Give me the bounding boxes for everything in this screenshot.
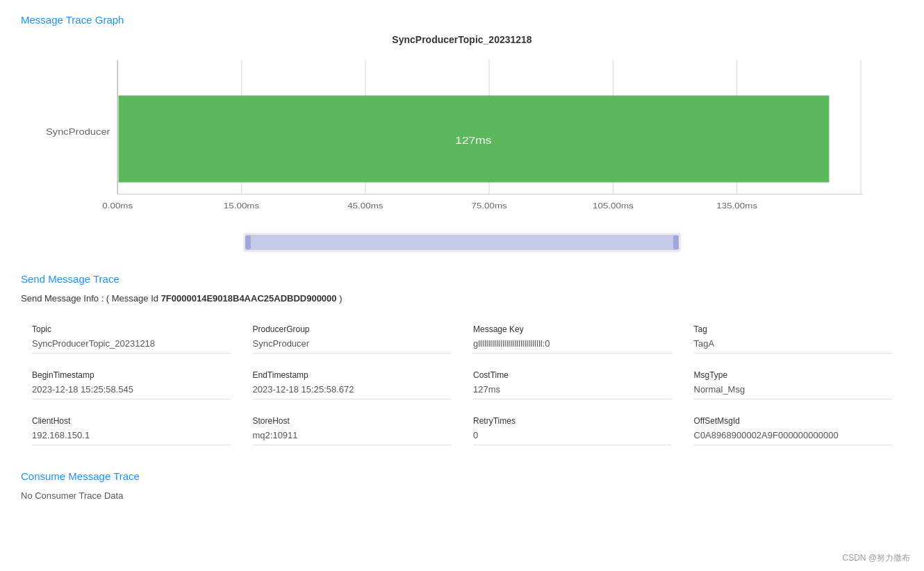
field-value: TagA [694,338,893,354]
svg-text:105.00ms: 105.00ms [593,201,634,210]
field-value: SyncProducerTopic_20231218 [32,338,231,354]
chart-section: SyncProducerTopic_20231218 SyncProducer [21,34,903,252]
field-item: CostTime127ms [462,362,683,408]
page-title: Message Trace Graph [21,14,903,26]
field-label: Message Key [473,324,672,334]
field-item: StoreHostmq2:10911 [242,408,463,454]
send-trace-section: Send Message Trace Send Message Info : (… [21,273,903,454]
field-label: ProducerGroup [253,324,452,334]
info-prefix: Send Message Info : ( Message Id [21,293,158,304]
field-value: 2023-12-18 15:25:58.672 [253,384,452,399]
field-label: RetryTimes [473,416,672,426]
field-value: Normal_Msg [694,384,893,399]
bar-label: 127ms [455,134,491,145]
field-label: Topic [32,324,231,334]
send-trace-title: Send Message Trace [21,273,903,285]
range-scroll-bar[interactable] [243,233,681,252]
fields-grid: TopicSyncProducerTopic_20231218ProducerG… [21,316,903,454]
field-item: OffSetMsgIdC0A8968900002A9F000000000000 [683,408,904,454]
trace-info-line: Send Message Info : ( Message Id 7F00000… [21,293,903,304]
field-value: C0A8968900002A9F000000000000 [694,430,893,445]
field-item: Message Keygllllllllllllllllllllllllllll… [462,316,683,362]
field-item: ProducerGroupSyncProducer [242,316,463,362]
no-consumer-data: No Consumer Trace Data [21,490,903,501]
svg-text:75.00ms: 75.00ms [471,201,506,210]
svg-text:15.00ms: 15.00ms [224,201,259,210]
message-id: 7F0000014E9018B4AAC25ADBDD900000 [161,293,337,304]
field-item: BeginTimestamp2023-12-18 15:25:58.545 [21,362,242,408]
field-label: EndTimestamp [253,370,452,380]
field-item: RetryTimes0 [462,408,683,454]
footer-text: CSDN @努力撒布 [842,553,910,563]
field-value: mq2:10911 [253,430,452,445]
range-handle-left[interactable] [245,235,251,249]
field-value: SyncProducer [253,338,452,354]
field-label: Tag [694,324,893,334]
field-value: 2023-12-18 15:25:58.545 [32,384,231,399]
field-label: ClientHost [32,416,231,426]
field-item: ClientHost192.168.150.1 [21,408,242,454]
field-label: BeginTimestamp [32,370,231,380]
page-container: Message Trace Graph SyncProducerTopic_20… [0,0,924,571]
chart-svg: SyncProducer 127ms 0.00ms 15.00ms 45.00m… [43,52,882,226]
range-handle-right[interactable] [673,235,679,249]
svg-text:0.00ms: 0.00ms [102,201,133,210]
field-value: 0 [473,430,672,445]
field-item: MsgTypeNormal_Msg [683,362,904,408]
svg-text:135.00ms: 135.00ms [716,201,757,210]
field-item: TopicSyncProducerTopic_20231218 [21,316,242,362]
chart-title: SyncProducerTopic_20231218 [21,34,903,45]
chart-area: SyncProducer 127ms 0.00ms 15.00ms 45.00m… [43,52,882,226]
field-label: CostTime [473,370,672,380]
y-axis-label: SyncProducer [46,127,110,137]
range-bar-inner [245,235,679,250]
field-label: StoreHost [253,416,452,426]
consume-trace-section: Consume Message Trace No Consumer Trace … [21,470,903,501]
field-value: 127ms [473,384,672,399]
consume-trace-title: Consume Message Trace [21,470,903,482]
field-label: OffSetMsgId [694,416,893,426]
field-item: TagTagA [683,316,904,362]
svg-text:45.00ms: 45.00ms [347,201,383,210]
field-value: 192.168.150.1 [32,430,231,445]
info-suffix: ) [339,293,342,304]
footer: CSDN @努力撒布 [842,552,910,564]
field-item: EndTimestamp2023-12-18 15:25:58.672 [242,362,463,408]
field-label: MsgType [694,370,893,380]
field-value: gllllllllllllllllllllllllllllllll:0 [473,338,672,354]
